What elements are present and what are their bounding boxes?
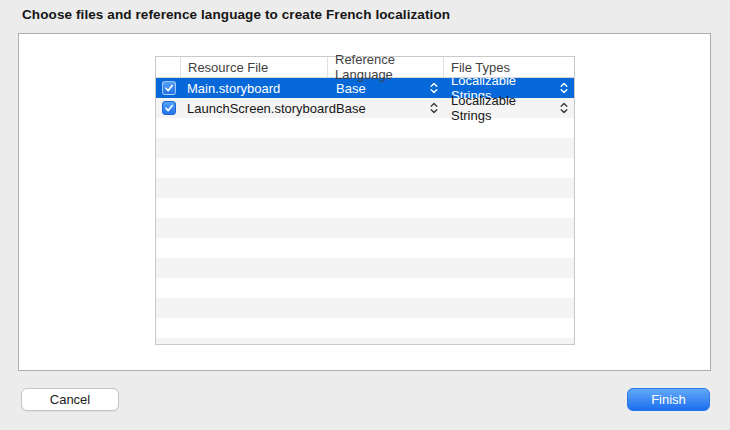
- finish-button[interactable]: Finish: [627, 388, 710, 411]
- row-checkbox[interactable]: [162, 81, 176, 95]
- resource-file-cell: LaunchScreen.storyboard: [181, 98, 328, 118]
- file-types-cell: Localizable Strings: [444, 98, 574, 118]
- file-chooser-panel: Resource File Reference Language File Ty…: [18, 33, 711, 371]
- updown-chevron-icon: [560, 82, 568, 94]
- table-row-launchscreen-storyboard[interactable]: LaunchScreen.storyboard Base Localizable…: [156, 98, 574, 118]
- reference-language-popup[interactable]: Base: [336, 78, 444, 98]
- table-body: Main.storyboard Base Localizable Strings: [156, 78, 574, 344]
- reference-language-cell: Base: [328, 98, 444, 118]
- reference-language-value: Base: [336, 81, 366, 96]
- checkbox-cell: [156, 78, 181, 98]
- updown-chevron-icon: [430, 102, 438, 114]
- reference-language-popup[interactable]: Base: [336, 98, 444, 118]
- empty-row: [156, 238, 574, 258]
- checkbox-cell: [156, 98, 181, 118]
- empty-row: [156, 338, 574, 344]
- updown-chevron-icon: [430, 82, 438, 94]
- cancel-button[interactable]: Cancel: [21, 388, 119, 411]
- empty-row: [156, 158, 574, 178]
- reference-language-value: Base: [336, 101, 366, 116]
- dialog-title: Choose files and reference language to c…: [22, 7, 450, 22]
- localization-files-table: Resource File Reference Language File Ty…: [155, 56, 575, 345]
- reference-language-cell: Base: [328, 78, 444, 98]
- empty-row: [156, 198, 574, 218]
- empty-row: [156, 318, 574, 338]
- header-reference-language: Reference Language: [328, 57, 444, 77]
- empty-row: [156, 218, 574, 238]
- header-file-types: File Types: [444, 57, 574, 77]
- table-header: Resource File Reference Language File Ty…: [156, 57, 574, 78]
- empty-row: [156, 278, 574, 298]
- file-types-popup[interactable]: Localizable Strings: [451, 98, 574, 118]
- checkmark-icon: [164, 101, 174, 116]
- file-types-value: Localizable Strings: [451, 93, 560, 123]
- checkmark-icon: [164, 81, 174, 96]
- header-resource-file: Resource File: [181, 57, 328, 77]
- empty-row: [156, 178, 574, 198]
- empty-row: [156, 298, 574, 318]
- empty-row: [156, 258, 574, 278]
- row-checkbox[interactable]: [162, 101, 176, 115]
- header-checkbox-column: [156, 57, 181, 77]
- updown-chevron-icon: [560, 102, 568, 114]
- empty-row: [156, 138, 574, 158]
- resource-file-cell: Main.storyboard: [181, 78, 328, 98]
